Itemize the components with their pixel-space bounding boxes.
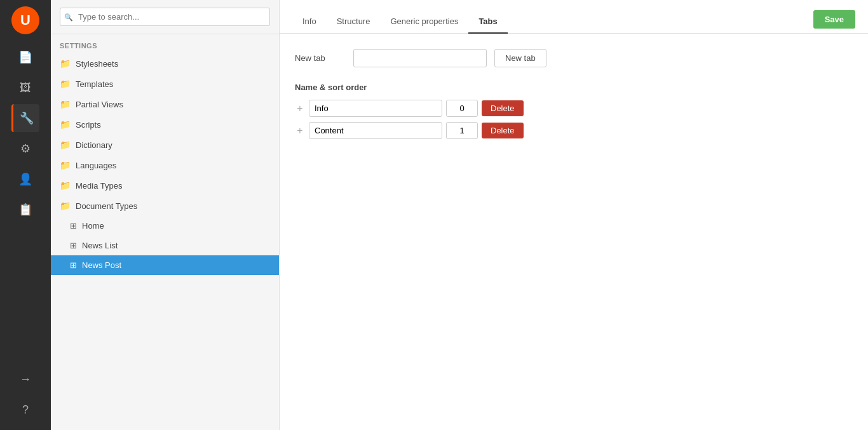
main-content: Info Structure Generic properties Tabs S… <box>280 0 868 430</box>
folder-icon: 📁 <box>60 58 71 69</box>
nav-settings-button[interactable]: 🔧 <box>11 104 39 132</box>
app-logo[interactable]: U <box>11 6 39 34</box>
tab-name-input-content[interactable] <box>309 122 442 139</box>
sidebar-item-news-post[interactable]: ⊞ News Post <box>51 255 279 275</box>
far-left-nav: U 📄 🖼 🔧 ⚙ 👤 📋 → ? <box>0 0 51 430</box>
sidebar-item-label: Media Types <box>76 181 122 191</box>
document-icon: 📄 <box>18 50 32 64</box>
sidebar-item-label: Partial Views <box>76 100 123 109</box>
sidebar-item-templates[interactable]: 📁 Templates <box>51 74 279 94</box>
sidebar-item-label: Scripts <box>76 120 101 130</box>
sidebar-item-document-types[interactable]: 📁 Document Types <box>51 196 279 216</box>
new-tab-button[interactable]: New tab <box>494 49 546 67</box>
sidebar-item-media-types[interactable]: 📁 Media Types <box>51 175 279 196</box>
folder-icon: 📁 <box>60 99 71 109</box>
sidebar-item-label: Home <box>82 221 104 231</box>
tab-name-input-info[interactable] <box>309 100 442 117</box>
sidebar-item-partial-views[interactable]: 📁 Partial Views <box>51 94 279 114</box>
person-icon: 👤 <box>18 172 32 186</box>
settings-section-label: SETTINGS <box>51 34 279 53</box>
delete-button-info[interactable]: Delete <box>482 100 524 116</box>
folder-icon: 📁 <box>60 160 71 170</box>
nav-media-button[interactable]: 🖼 <box>11 74 39 102</box>
gear-icon: ⚙ <box>20 142 31 156</box>
main-header: Info Structure Generic properties Tabs S… <box>280 0 868 34</box>
nav-users-button[interactable]: 👤 <box>11 165 39 193</box>
drag-handle-icon[interactable]: + <box>295 125 305 137</box>
nav-help-button[interactable]: ? <box>11 396 39 424</box>
folder-icon: 📁 <box>60 79 71 89</box>
grid-icon: ⊞ <box>70 241 77 250</box>
forms-icon: 📋 <box>18 203 32 217</box>
tab-order-input-info[interactable] <box>446 100 478 117</box>
sidebar-item-home[interactable]: ⊞ Home <box>51 216 279 236</box>
sidebar-item-news-list[interactable]: ⊞ News List <box>51 236 279 255</box>
tab-order-input-content[interactable] <box>446 122 478 139</box>
save-button[interactable]: Save <box>813 10 855 29</box>
tab-tabs[interactable]: Tabs <box>468 10 507 34</box>
delete-button-content[interactable]: Delete <box>482 123 524 138</box>
help-icon: ? <box>22 403 29 417</box>
sort-section-label: Name & sort order <box>295 83 853 92</box>
sidebar-item-label: Dictionary <box>76 140 112 150</box>
sidebar-item-languages[interactable]: 📁 Languages <box>51 155 279 175</box>
arrow-right-icon: → <box>20 373 31 386</box>
folder-icon: 📁 <box>60 180 71 191</box>
nav-document-button[interactable]: 📄 <box>11 43 39 71</box>
nav-redirect-button[interactable]: → <box>11 365 39 393</box>
sidebar: SETTINGS 📁 Stylesheets 📁 Templates 📁 Par… <box>51 0 280 430</box>
table-row: + Delete <box>295 100 853 117</box>
logo-icon: U <box>20 12 31 29</box>
tab-structure[interactable]: Structure <box>327 10 381 34</box>
grid-icon: ⊞ <box>70 260 77 270</box>
sidebar-item-label: News Post <box>82 260 121 270</box>
new-tab-label: New tab <box>295 53 346 63</box>
nav-forms-button[interactable]: 📋 <box>11 196 39 224</box>
search-input[interactable] <box>60 8 270 26</box>
sidebar-item-scripts[interactable]: 📁 Scripts <box>51 114 279 135</box>
nav-gear-button[interactable]: ⚙ <box>11 135 39 163</box>
sidebar-item-label: Stylesheets <box>76 59 118 69</box>
folder-icon: 📁 <box>60 140 71 150</box>
sidebar-item-dictionary[interactable]: 📁 Dictionary <box>51 135 279 155</box>
table-row: + Delete <box>295 122 853 139</box>
folder-icon: 📁 <box>60 201 71 211</box>
wrench-icon: 🔧 <box>20 111 34 125</box>
sidebar-item-label: Languages <box>76 161 116 170</box>
tab-generic-properties[interactable]: Generic properties <box>380 10 468 34</box>
main-body: New tab New tab Name & sort order + Dele… <box>280 34 868 430</box>
sidebar-item-stylesheets[interactable]: 📁 Stylesheets <box>51 53 279 74</box>
sidebar-item-label: Document Types <box>76 201 137 211</box>
folder-icon: 📁 <box>60 119 71 130</box>
sidebar-item-label: Templates <box>76 79 113 89</box>
sidebar-item-label: News List <box>82 241 118 250</box>
new-tab-input[interactable] <box>353 49 487 67</box>
sidebar-search-container <box>51 0 279 34</box>
tab-info[interactable]: Info <box>292 10 327 34</box>
image-icon: 🖼 <box>20 81 31 95</box>
grid-icon: ⊞ <box>70 221 77 231</box>
drag-handle-icon[interactable]: + <box>295 103 305 114</box>
new-tab-row: New tab New tab <box>295 49 853 67</box>
